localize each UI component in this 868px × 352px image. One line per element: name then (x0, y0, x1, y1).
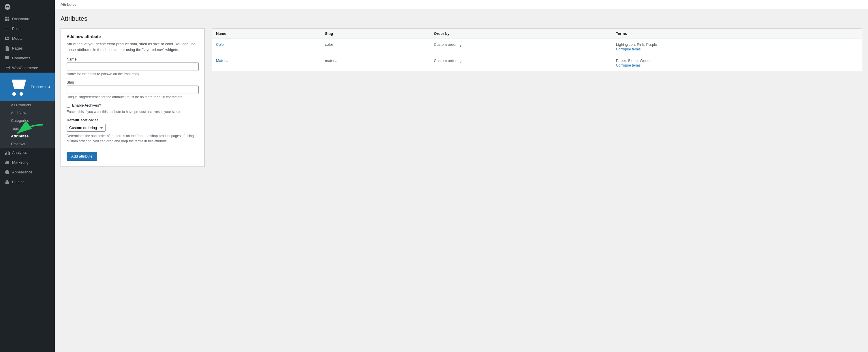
attribute-slug: color (321, 39, 430, 55)
sidebar-item-tags[interactable]: Tags (0, 125, 55, 132)
sidebar-item-attributes[interactable]: Attributes (0, 132, 55, 140)
svg-rect-2 (5, 19, 7, 21)
sidebar: W Dashboard Posts Media Pages Comments W… (0, 0, 55, 352)
name-hint: Name for the attribute (shown on the fro… (67, 72, 199, 76)
col-terms: Terms (612, 29, 862, 39)
attributes-table-wrap: Name Slug Order by Terms ColorcolorCusto… (212, 28, 862, 71)
add-attribute-button[interactable]: Add attribute (67, 152, 97, 161)
svg-rect-16 (5, 181, 9, 184)
marketing-icon (5, 160, 10, 165)
dashboard-icon (5, 16, 10, 21)
table-row: ColorcolorCustom orderingLight green, Pi… (212, 39, 862, 55)
attribute-terms: Paper, Stone, WoodConfigure terms (612, 55, 862, 71)
name-label: Name (67, 57, 199, 61)
sidebar-item-categories[interactable]: Categories (0, 117, 55, 125)
sort-order-hint: Determines the sort order of the terms o… (67, 133, 199, 144)
attribute-terms: Light green, Pink, PurpleConfigure terms (612, 39, 862, 55)
sidebar-item-appearance[interactable]: Appearance (0, 167, 55, 177)
slug-input[interactable] (67, 85, 199, 94)
sort-order-label: Default sort order (67, 118, 199, 122)
sidebar-logo: W (0, 0, 55, 14)
enable-archives-checkbox[interactable] (67, 104, 70, 108)
sidebar-item-plugins[interactable]: Plugins (0, 177, 55, 187)
page-title: Attributes (61, 15, 862, 23)
table-header-row: Name Slug Order by Terms (212, 29, 862, 39)
slug-field-group: Slug Unique slug/reference for the attri… (67, 80, 199, 99)
svg-rect-12 (6, 151, 7, 155)
enable-archives-label[interactable]: Enable Archives? (72, 103, 101, 107)
svg-rect-1 (7, 17, 9, 19)
attribute-order-by: Custom ordering (430, 55, 612, 71)
attribute-slug: material (321, 55, 430, 71)
svg-rect-0 (5, 17, 7, 19)
attribute-name-link[interactable]: Color (216, 42, 225, 47)
svg-point-9 (12, 92, 16, 96)
sidebar-item-pages[interactable]: Pages (0, 43, 55, 53)
sidebar-item-products[interactable]: Products ◀ (0, 73, 55, 101)
sidebar-item-dashboard[interactable]: Dashboard (0, 14, 55, 24)
layout-row: Add new attribute Attributes let you def… (61, 28, 862, 167)
sidebar-item-media[interactable]: Media (0, 33, 55, 43)
sidebar-item-woocommerce[interactable]: WooCommerce (0, 63, 55, 73)
content-area: Attributes Add new attribute Attributes … (55, 9, 868, 352)
svg-rect-4 (5, 37, 9, 40)
sort-order-select[interactable]: Custom ordering Name Name (numeric) Term… (67, 124, 105, 132)
sidebar-item-posts[interactable]: Posts (0, 24, 55, 33)
pages-icon (5, 45, 10, 51)
sidebar-item-all-products[interactable]: All Products (0, 101, 55, 109)
slug-hint: Unique slug/reference for the attribute;… (67, 95, 199, 99)
sidebar-item-add-new[interactable]: Add New (0, 109, 55, 117)
svg-point-10 (20, 92, 23, 96)
products-collapse-arrow: ◀ (48, 85, 50, 89)
appearance-icon (5, 170, 10, 175)
enable-archives-group: Enable Archives? Enable this if you want… (67, 103, 199, 114)
form-heading: Add new attribute (67, 34, 199, 39)
name-field-group: Name Name for the attribute (shown on th… (67, 57, 199, 76)
analytics-icon (5, 150, 10, 155)
sort-order-group: Default sort order Custom ordering Name … (67, 118, 199, 144)
media-icon (5, 36, 10, 41)
sidebar-item-marketing[interactable]: Marketing (0, 157, 55, 167)
table-row: MaterialmaterialCustom orderingPaper, St… (212, 55, 862, 71)
sidebar-item-analytics[interactable]: Analytics (0, 148, 55, 157)
sidebar-item-comments[interactable]: Comments (0, 53, 55, 63)
products-icon (5, 75, 29, 99)
svg-rect-3 (7, 19, 9, 21)
woocommerce-icon (5, 65, 10, 70)
name-input[interactable] (67, 63, 199, 71)
attribute-name-link[interactable]: Material (216, 59, 229, 63)
col-slug: Slug (321, 29, 430, 39)
plugins-icon (5, 179, 10, 185)
slug-label: Slug (67, 80, 199, 84)
svg-rect-13 (8, 151, 9, 155)
attribute-order-by: Custom ordering (430, 39, 612, 55)
sidebar-item-reviews[interactable]: Reviews (0, 140, 55, 148)
svg-point-15 (5, 163, 6, 164)
comments-icon (5, 55, 10, 61)
enable-archives-hint: Enable this if you want this attribute t… (67, 110, 199, 114)
attributes-table: Name Slug Order by Terms ColorcolorCusto… (212, 29, 862, 71)
svg-rect-11 (5, 153, 6, 155)
add-attribute-form: Add new attribute Attributes let you def… (61, 28, 205, 167)
configure-terms-link[interactable]: Configure terms (616, 63, 858, 67)
main-content: Attributes Attributes Add new attribute … (55, 0, 868, 352)
configure-terms-link[interactable]: Configure terms (616, 47, 858, 51)
posts-icon (5, 26, 10, 31)
svg-rect-14 (9, 152, 10, 155)
wp-logo-icon: W (5, 4, 10, 10)
products-submenu: All Products Add New Categories Tags Att… (0, 101, 55, 148)
form-description: Attributes let you define extra product … (67, 41, 199, 52)
breadcrumb: Attributes (55, 0, 868, 9)
col-name: Name (212, 29, 321, 39)
col-order-by: Order by (430, 29, 612, 39)
